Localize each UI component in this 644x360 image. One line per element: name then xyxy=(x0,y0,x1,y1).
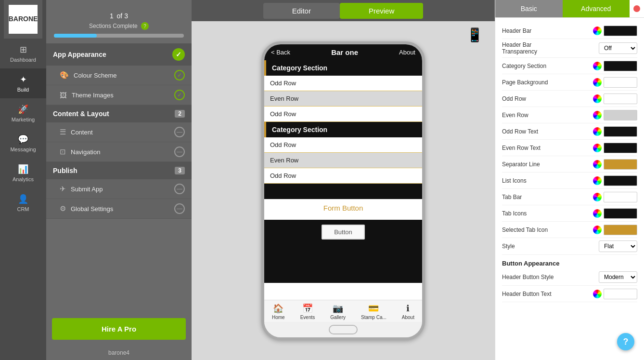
phone-preview-area: 📱 < Back Bar one About Category Section … xyxy=(192,21,495,360)
phone-back-button[interactable]: < Back xyxy=(271,49,290,56)
about-tab-label: About xyxy=(402,315,414,320)
even-row-text-swatch[interactable] xyxy=(604,143,637,153)
separator-line-color-picker[interactable] xyxy=(593,160,602,169)
category-section-label: Category Section xyxy=(502,63,593,69)
category-section-color-picker[interactable] xyxy=(593,62,602,70)
content-check: — xyxy=(174,127,185,137)
tab-editor[interactable]: Editor xyxy=(263,3,340,19)
section-header-content-layout[interactable]: Content & Layout 2 xyxy=(46,105,192,122)
even-row-controls xyxy=(593,110,637,120)
phone-tab-gallery[interactable]: 📷 Gallery xyxy=(330,303,346,320)
header-bar-swatch[interactable] xyxy=(604,26,637,36)
odd-row-swatch[interactable] xyxy=(604,93,637,104)
tab-icons-color-picker[interactable] xyxy=(593,209,602,218)
even-row-text-controls xyxy=(593,143,637,153)
stamp-card-tab-label: Stamp Ca... xyxy=(361,315,386,320)
sidebar-item-theme-images[interactable]: 🖼 Theme Images ✓ xyxy=(46,85,192,105)
page-background-color-picker[interactable] xyxy=(593,78,602,87)
list-icons-swatch[interactable] xyxy=(604,175,637,186)
events-tab-label: Events xyxy=(300,315,315,320)
selected-tab-icon-swatch[interactable] xyxy=(604,225,637,235)
nav-item-analytics[interactable]: 📊 Analytics xyxy=(0,158,46,188)
phone-about-button[interactable]: About xyxy=(399,49,415,56)
odd-row-2: Odd Row xyxy=(264,107,422,122)
phone-tab-events[interactable]: 📅 Events xyxy=(300,303,315,320)
header-button-style-select[interactable]: Modern Flat Classic xyxy=(599,271,637,283)
nav-item-dashboard[interactable]: ⊞ Dashboard xyxy=(0,39,46,68)
tab-basic[interactable]: Basic xyxy=(495,0,563,17)
section-header-publish[interactable]: Publish 3 xyxy=(46,162,192,179)
nav-item-marketing[interactable]: 🚀 Marketing xyxy=(0,98,46,128)
color-row-odd-row: Odd Row xyxy=(502,91,637,107)
page-background-swatch[interactable] xyxy=(604,77,637,88)
nav-item-build[interactable]: ✦ Build xyxy=(0,68,46,98)
sidebar-item-label-submit-app: Submit App xyxy=(71,186,103,193)
sidebar-item-global-settings[interactable]: ⚙ Global Settings — xyxy=(46,199,192,219)
phone-device-icon[interactable]: 📱 xyxy=(466,27,483,42)
phone-tab-stamp-card[interactable]: 💳 Stamp Ca... xyxy=(361,303,386,320)
nav-item-label-messaging: Messaging xyxy=(10,147,36,152)
tab-preview[interactable]: Preview xyxy=(340,3,423,19)
tab-bar-swatch[interactable] xyxy=(604,192,637,202)
form-button-dark-area: Button xyxy=(264,220,422,244)
analytics-icon: 📊 xyxy=(18,164,28,174)
color-row-even-row: Even Row xyxy=(502,107,637,123)
even-row-text-color-picker[interactable] xyxy=(593,144,602,152)
odd-row-text-swatch[interactable] xyxy=(604,126,637,137)
submit-app-icon: ✈ xyxy=(60,185,66,193)
sidebar-item-colour-scheme[interactable]: 🎨 Colour Scheme ✓ xyxy=(46,66,192,85)
even-row-2: Even Row xyxy=(264,153,422,168)
sidebar-item-navigation[interactable]: ⊡ Navigation — xyxy=(46,142,192,162)
sidebar-item-label-theme-images: Theme Images xyxy=(72,92,114,99)
odd-row-controls xyxy=(593,93,637,104)
phone-tab-home[interactable]: 🏠 Home xyxy=(272,303,285,320)
category-section-swatch[interactable] xyxy=(604,61,637,71)
navigation-check: — xyxy=(174,147,185,157)
color-row-separator-line: Separator Line xyxy=(502,156,637,173)
list-icons-color-picker[interactable] xyxy=(593,176,602,185)
section-header-app-appearance[interactable]: App Appearance ✓ xyxy=(46,43,192,66)
header-button-text-label: Header Button Text xyxy=(502,291,593,297)
nav-item-messaging[interactable]: 💬 Messaging xyxy=(0,128,46,158)
sidebar-item-submit-app[interactable]: ✈ Submit App — xyxy=(46,179,192,199)
odd-row-color-picker[interactable] xyxy=(593,94,602,103)
button-element[interactable]: Button xyxy=(322,225,365,240)
right-panel-tabs: Basic Advanced xyxy=(495,0,644,18)
record-indicator xyxy=(633,5,640,12)
crm-icon: 👤 xyxy=(18,194,28,204)
separator-line-swatch[interactable] xyxy=(604,159,637,170)
header-button-text-color-picker[interactable] xyxy=(593,290,602,298)
selected-tab-icon-color-picker[interactable] xyxy=(593,226,602,234)
app-logo: BAR ONE xyxy=(9,5,38,34)
tab-icons-swatch[interactable] xyxy=(604,208,637,219)
odd-row-text-color-picker[interactable] xyxy=(593,127,602,136)
phone-tab-about[interactable]: ℹ About xyxy=(402,303,414,320)
tab-bar-controls xyxy=(593,192,637,202)
header-bar-color-picker[interactable] xyxy=(593,27,602,35)
hire-pro-button[interactable]: Hire A Pro xyxy=(52,318,186,340)
right-panel: Basic Advanced Header Bar Header BarTran… xyxy=(495,0,644,360)
progress-area: 1 of 3 Sections Complete ? xyxy=(46,0,192,43)
editor-preview-tabs: Editor Preview xyxy=(192,0,495,21)
black-divider-bar xyxy=(264,184,422,199)
about-tab-icon: ℹ xyxy=(406,303,410,314)
colour-scheme-icon: 🎨 xyxy=(60,71,69,80)
theme-images-icon: 🖼 xyxy=(60,91,67,99)
sidebar-item-content[interactable]: ☰ Content — xyxy=(46,122,192,142)
home-indicator-button[interactable] xyxy=(329,325,358,334)
messaging-icon: 💬 xyxy=(18,134,28,145)
help-button[interactable]: ? xyxy=(617,333,634,350)
transparency-select[interactable]: Off On xyxy=(599,42,637,54)
phone-top-bar: < Back Bar one About xyxy=(264,44,422,60)
even-row-color-picker[interactable] xyxy=(593,111,602,120)
nav-item-crm[interactable]: 👤 CRM xyxy=(0,188,46,218)
even-row-swatch[interactable] xyxy=(604,110,637,120)
header-button-text-swatch[interactable] xyxy=(604,289,637,299)
right-panel-content: Header Bar Header BarTransparency Off On… xyxy=(495,18,644,307)
content-icon: ☰ xyxy=(60,128,66,136)
phone-title: Bar one xyxy=(331,48,358,56)
tab-advanced[interactable]: Advanced xyxy=(563,0,630,17)
style-select[interactable]: Flat Modern Classic xyxy=(599,240,637,252)
dropdown-row-style: Style Flat Modern Classic xyxy=(502,238,637,255)
tab-bar-color-picker[interactable] xyxy=(593,193,602,201)
